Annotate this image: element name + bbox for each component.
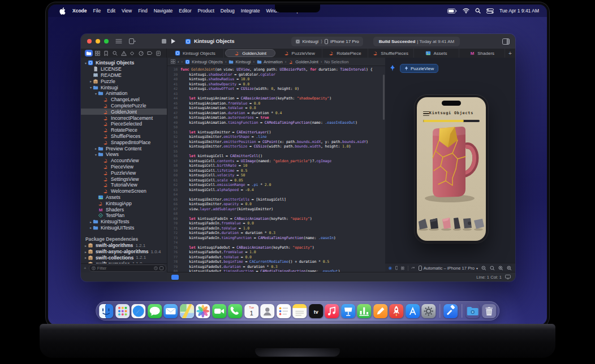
dock-pages-icon[interactable]	[373, 304, 387, 318]
close-window-button[interactable]	[87, 39, 92, 44]
navigator-item-shufflepieces[interactable]: ShufflePieces	[81, 133, 167, 140]
code-line[interactable]: 49 kintsugiAnimation.timingFunction = CA…	[167, 120, 385, 125]
breadcrumb-item-kintsugi[interactable]: Kintsugi	[228, 59, 251, 64]
breadcrumb-item-goldenjoint[interactable]: GoldenJoint	[288, 59, 318, 64]
navigator-item-preview-content[interactable]: ▸Preview Content	[81, 145, 167, 151]
navigator-item-changelevel[interactable]: ChangeLevel	[81, 97, 167, 103]
code-line[interactable]: 45 kintsugiAnimation.fromValue = 0.0	[167, 101, 385, 106]
code-line[interactable]: 65 kintsugiEmitter.emitterCells = [kints…	[167, 197, 385, 202]
tab-kintsugi-objects[interactable]: Kintsugi Objects	[167, 49, 224, 58]
navigator-item-incorrectplacement[interactable]: IncorrectPlacement	[81, 115, 167, 121]
variants-grid-icon[interactable]	[401, 266, 404, 271]
code-line[interactable]: 74	[167, 240, 385, 245]
menu-item-view[interactable]: View	[122, 8, 132, 14]
dock-calendar-icon[interactable]: Tue1	[244, 304, 258, 318]
navigator-item-kintsugiuitests[interactable]: ▸KintsugiUITests	[81, 225, 167, 231]
code-line[interactable]: 50	[167, 125, 385, 130]
code-line[interactable]: 58 kintsugiCell.birthRate = 10	[167, 163, 385, 168]
tab-assets[interactable]: Assets	[414, 49, 460, 58]
code-line[interactable]: 69 let kintsugiFadeIn = CABasicAnimation…	[167, 216, 385, 222]
battery-icon[interactable]	[447, 8, 457, 14]
zoom-in-icon[interactable]	[507, 266, 512, 271]
disclosure-open-icon[interactable]: ▾	[84, 61, 88, 65]
zoom-out-icon[interactable]	[481, 266, 486, 271]
navigator-item-pieceview[interactable]: PieceView	[81, 164, 167, 170]
menu-clock[interactable]: Tue Apr 1 9:41 AM	[499, 8, 539, 14]
code-line[interactable]: 59 kintsugiCell.lifetime = 0.5	[167, 168, 385, 174]
package-item-swift-algorithms[interactable]: ▸swift-algorithms1.2.1	[81, 242, 167, 249]
code-line[interactable]: 77 kintsugiFadeOut.toValue = 0.0	[167, 255, 385, 260]
disclosure-closed-icon[interactable]: ▸	[89, 220, 93, 224]
preview-destination-picker[interactable]: Automatic – iPhone 17 Pro ▾	[419, 266, 478, 271]
navigator-tab-warning-icon[interactable]	[120, 50, 128, 57]
dock-launchpad-icon[interactable]	[115, 304, 130, 318]
navigator-item-snappedintoplace[interactable]: SnappedIntoPlace	[81, 139, 167, 145]
navigator-tab-tag-icon[interactable]	[146, 50, 154, 57]
navigator-tab-folder-icon[interactable]	[85, 50, 93, 57]
navigator-item-readme[interactable]: README	[81, 72, 167, 79]
dock-finder-icon[interactable]	[99, 304, 113, 318]
code-line[interactable]: 51 let kintsugiEmitter = CAEmitterLayer(…	[167, 130, 385, 135]
navigator-item-assets[interactable]: Assets	[81, 194, 167, 201]
breadcrumb-item-kintsugi-objects[interactable]: Kintsugi Objects	[185, 59, 223, 64]
zoom-fit-icon[interactable]	[498, 266, 503, 271]
dock-folder-icon[interactable]	[465, 304, 480, 318]
live-preview-icon[interactable]	[389, 266, 392, 271]
inspector-toggle-icon[interactable]	[502, 38, 510, 45]
breadcrumb-item-animation[interactable]: Animation	[257, 59, 283, 64]
zoom-window-button[interactable]	[104, 39, 109, 44]
code-line[interactable]: 41 kintsugi.shadowOpacity = 0.0	[167, 82, 385, 87]
code-line[interactable]: 67 view.layer.addSublayer(kintsugiEmitte…	[167, 207, 385, 212]
disclosure-closed-icon[interactable]: ▸	[84, 250, 88, 254]
navigator-item-settingsview[interactable]: SettingsView	[81, 176, 167, 182]
run-button[interactable]	[171, 38, 176, 44]
dock-music-icon[interactable]	[325, 304, 339, 318]
disclosure-closed-icon[interactable]: ▸	[89, 226, 93, 229]
navigator-item-pieceselected[interactable]: PieceSelected	[81, 121, 167, 127]
dock-rocket-icon[interactable]	[389, 304, 403, 318]
control-center-icon[interactable]	[486, 8, 494, 14]
navigator-item-completepuzzle[interactable]: CompletePuzzle	[81, 103, 167, 109]
menu-item-xcode[interactable]: Xcode	[72, 8, 87, 14]
code-line[interactable]: 47 kintsugiAnimation.duration = duration…	[167, 111, 385, 116]
pin-icon[interactable]	[390, 65, 395, 72]
navigator-tab-debug-icon[interactable]	[137, 50, 145, 57]
navigator-item-testplan[interactable]: TestPlan	[81, 213, 167, 219]
dock-safari-icon[interactable]	[131, 304, 145, 318]
menu-item-find[interactable]: Find	[138, 8, 148, 14]
dock-phone-icon[interactable]	[228, 304, 242, 318]
navigator-item-tutorialview[interactable]: TutorialView	[81, 182, 167, 188]
code-line[interactable]: 39 kintsugi.shadowColor = goldColor.cgCo…	[167, 72, 385, 77]
code-line[interactable]: 56 let kintsugiCell = CAEmitterCell()	[167, 154, 385, 159]
menu-item-file[interactable]: File	[93, 8, 101, 14]
pinned-preview-pill[interactable]: PuzzleView	[400, 64, 438, 73]
disclosure-closed-icon[interactable]: ▸	[84, 244, 88, 248]
code-line[interactable]: 71 kintsugiFadeIn.toValue = 1.0	[167, 226, 385, 231]
code-line[interactable]: 44 let kintsugiAnimation = CABasicAnimat…	[167, 96, 385, 101]
code-line[interactable]: 43	[167, 92, 385, 97]
navigator-item-puzzleview[interactable]: PuzzleView	[81, 170, 167, 176]
package-item-swift-async-algorithms[interactable]: ▸swift-async-algorithms1.0.4	[81, 249, 167, 255]
navigator-item-kintsugi[interactable]: ▾Kintsugi	[81, 84, 167, 90]
navigator-item-kintsugi-objects[interactable]: ▾Kintsugi Objects	[81, 60, 167, 66]
current-file-chip[interactable]	[171, 275, 179, 280]
dock-keynote-icon[interactable]	[341, 304, 355, 318]
code-line[interactable]: 78 kintsugiFadeOut.beginTime = CACurrent…	[167, 259, 385, 265]
back-button[interactable]: ‹	[178, 59, 179, 64]
code-line[interactable]: 60 kintsugiCell.velocity = 50	[167, 173, 385, 178]
navigator-item-license[interactable]: LICENSE	[81, 66, 167, 72]
code-line[interactable]: 46 kintsugiAnimation.toValue = 0.8	[167, 106, 385, 111]
activity-status[interactable]: Build Succeeded | Today at 9:41 AM	[373, 37, 460, 46]
navigator-tab-bookmark-icon[interactable]	[102, 50, 110, 57]
new-tab-button[interactable]: +	[505, 49, 515, 58]
navigator-item-animation[interactable]: ▾Animation	[81, 90, 167, 97]
code-line[interactable]: 64	[167, 192, 385, 197]
code-line[interactable]: 63 kintsugiCell.alphaSpeed = -0.4	[167, 188, 385, 193]
dock-reminders-icon[interactable]	[277, 304, 291, 318]
zoom-actual-icon[interactable]	[490, 266, 495, 271]
display-icon[interactable]	[505, 275, 511, 279]
navigator-tab-search-icon[interactable]	[111, 50, 119, 57]
menu-item-integrate[interactable]: Integrate	[241, 8, 260, 14]
navigator-tab-report-icon[interactable]	[154, 50, 162, 57]
code-line[interactable]: 68	[167, 211, 385, 216]
